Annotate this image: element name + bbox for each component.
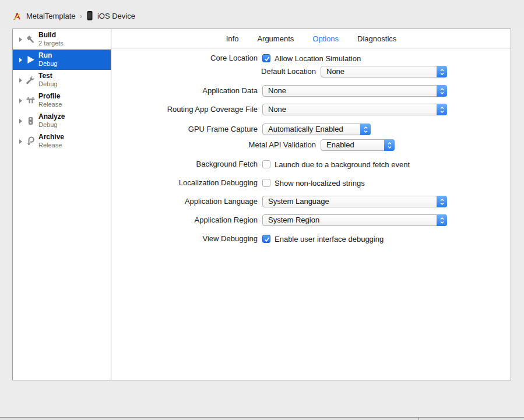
scheme-name[interactable]: MetalTemplate bbox=[26, 12, 76, 20]
breadcrumb: MetalTemplate › iOS Device bbox=[12, 10, 135, 21]
titlebar: MetalTemplate › iOS Device bbox=[0, 0, 524, 29]
dialog-footer: Duplicate Scheme Manage Schemes... Share… bbox=[0, 380, 524, 417]
routing-app-coverage-select[interactable]: None bbox=[262, 104, 447, 115]
popup-chevrons-icon bbox=[437, 104, 447, 115]
field-label: Application Data bbox=[13, 85, 258, 97]
disclosure-triangle-icon[interactable] bbox=[19, 78, 22, 83]
row-background-fetch: Background Fetch Launch due to a backgro… bbox=[13, 158, 512, 170]
row-core-location: Core Location Allow Location Simulation bbox=[13, 52, 512, 64]
popup-chevrons-icon bbox=[437, 66, 447, 77]
scheme-icon bbox=[12, 11, 22, 21]
field-label: Metal API Validation bbox=[13, 139, 316, 151]
checkbox-label: Launch due to a background fetch event bbox=[275, 160, 410, 169]
sidebar-item-sublabel: 2 targets bbox=[38, 39, 64, 47]
ios-device-icon bbox=[86, 10, 93, 21]
field-label: Application Language bbox=[13, 196, 258, 207]
application-data-select[interactable]: None bbox=[262, 85, 447, 97]
background-window-divider bbox=[419, 418, 419, 420]
field-label: Routing App Coverage File bbox=[13, 104, 258, 115]
row-application-data: Application Data None bbox=[13, 85, 512, 97]
row-application-region: Application Region System Region bbox=[13, 214, 512, 226]
background-window-strip bbox=[0, 417, 524, 420]
disclosure-triangle-icon[interactable] bbox=[19, 37, 22, 42]
tab-arguments[interactable]: Arguments bbox=[257, 34, 294, 43]
popup-chevrons-icon bbox=[360, 123, 371, 135]
row-default-location: Default Location None bbox=[13, 66, 512, 77]
application-language-select[interactable]: System Language bbox=[262, 196, 447, 207]
metal-api-validation-select[interactable]: Enabled bbox=[321, 139, 395, 151]
scheme-editor-panel: Build 2 targets Run Debug Test Debug bbox=[12, 29, 511, 380]
popup-chevrons-icon bbox=[437, 196, 447, 207]
popup-chevrons-icon bbox=[384, 139, 395, 151]
field-label: Background Fetch bbox=[13, 158, 258, 170]
sidebar-item-build[interactable]: Build 2 targets bbox=[13, 29, 111, 50]
row-localization-debugging: Localization Debugging Show non-localize… bbox=[13, 177, 512, 189]
default-location-select[interactable]: None bbox=[321, 66, 447, 77]
field-label: Localization Debugging bbox=[13, 177, 258, 189]
tab-diagnostics[interactable]: Diagnostics bbox=[357, 34, 396, 43]
disclosure-triangle-icon[interactable] bbox=[19, 98, 22, 103]
checkmark-icon bbox=[263, 55, 270, 62]
field-label: Default Location bbox=[13, 66, 316, 77]
field-label: GPU Frame Capture bbox=[13, 123, 258, 135]
checkbox-label: Enable user interface debugging bbox=[275, 235, 384, 243]
tab-info[interactable]: Info bbox=[226, 34, 239, 43]
hammer-icon bbox=[26, 34, 36, 44]
background-fetch-checkbox[interactable] bbox=[262, 160, 270, 168]
row-metal-api-validation: Metal API Validation Enabled bbox=[13, 139, 512, 151]
sidebar-item-label: Build bbox=[38, 31, 64, 39]
popup-chevrons-icon bbox=[437, 214, 447, 226]
row-gpu-frame-capture: GPU Frame Capture Automatically Enabled bbox=[13, 123, 512, 135]
field-label: Core Location bbox=[13, 52, 258, 64]
allow-location-simulation-checkbox[interactable] bbox=[262, 54, 270, 62]
enable-ui-debugging-checkbox[interactable] bbox=[262, 235, 270, 243]
row-application-language: Application Language System Language bbox=[13, 196, 512, 207]
row-routing-app-coverage: Routing App Coverage File None bbox=[13, 104, 512, 115]
application-region-select[interactable]: System Region bbox=[262, 214, 447, 226]
tab-options[interactable]: Options bbox=[312, 34, 339, 43]
destination-name[interactable]: iOS Device bbox=[97, 12, 135, 20]
checkbox-label: Allow Location Simulation bbox=[275, 54, 361, 63]
row-view-debugging: View Debugging Enable user interface deb… bbox=[13, 233, 512, 245]
gpu-frame-capture-select[interactable]: Automatically Enabled bbox=[262, 123, 371, 135]
tab-bar: Info Arguments Options Diagnostics bbox=[111, 29, 511, 48]
field-label: Application Region bbox=[13, 214, 258, 226]
show-non-localized-strings-checkbox[interactable] bbox=[262, 179, 270, 187]
breadcrumb-chevron-icon: › bbox=[80, 12, 82, 20]
field-label: View Debugging bbox=[13, 233, 258, 245]
checkmark-icon bbox=[263, 236, 270, 243]
checkbox-label: Show non-localized strings bbox=[275, 179, 365, 188]
disclosure-triangle-icon[interactable] bbox=[19, 119, 22, 123]
popup-chevrons-icon bbox=[437, 85, 447, 97]
